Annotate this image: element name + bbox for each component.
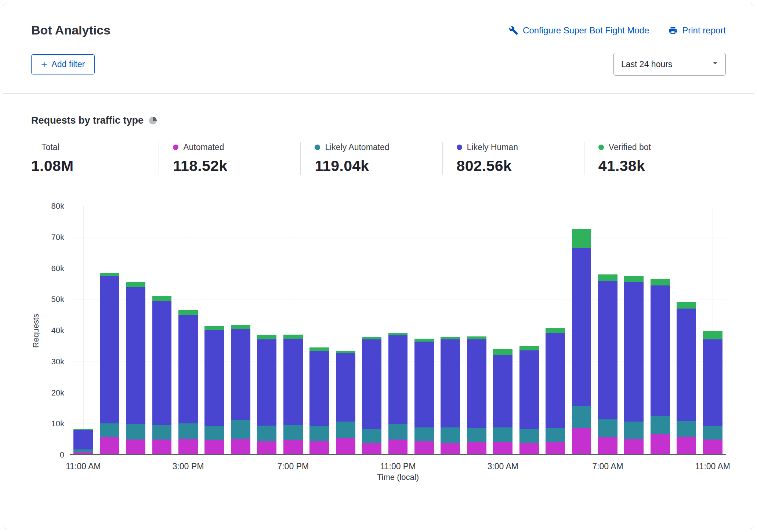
stat-total: Total 1.08M <box>31 142 159 175</box>
bar-7-00-pm[interactable] <box>280 206 306 454</box>
bar-9-00-pm[interactable] <box>332 206 358 454</box>
y-tick-label: 0 <box>60 450 64 460</box>
segment-likely-human <box>126 287 145 424</box>
bar-11-00-pm[interactable] <box>385 206 411 454</box>
segment-likely-human <box>598 281 617 419</box>
bar-1-00-pm[interactable] <box>123 206 149 454</box>
segment-likely-human <box>519 350 539 429</box>
bar-12-00-am[interactable] <box>411 206 437 454</box>
bar-5-00-pm[interactable] <box>228 206 254 454</box>
page-title: Bot Analytics <box>31 23 111 37</box>
stat-likely-automated[interactable]: Likely Automated 119.04k <box>300 142 442 175</box>
segment-likely-human <box>624 282 644 422</box>
stat-label: Total <box>41 142 59 152</box>
stat-label: Verified bot <box>609 142 651 152</box>
segment-likely-human <box>572 248 591 406</box>
x-axis-title: Time (local) <box>70 473 726 482</box>
stat-automated[interactable]: Automated 118.52k <box>159 142 300 175</box>
segment-automated <box>519 443 539 454</box>
segment-likely-human <box>388 335 408 424</box>
bar-6-00-pm[interactable] <box>254 206 280 454</box>
add-filter-button[interactable]: + Add filter <box>31 54 95 74</box>
y-axis-labels: 010k20k30k40k50k60k70k80k <box>44 206 70 455</box>
segment-likely-automated <box>546 428 565 442</box>
bar-10-00-am[interactable] <box>673 206 699 454</box>
bar-6-00-am[interactable] <box>568 206 594 454</box>
segment-likely-automated <box>309 426 329 441</box>
bar-1-00-am[interactable] <box>437 206 463 454</box>
segment-automated <box>441 443 460 454</box>
y-tick-label: 20k <box>51 388 64 398</box>
segment-verified-bot <box>336 351 355 354</box>
segment-verified-bot <box>651 279 670 285</box>
y-tick-label: 60k <box>51 264 64 273</box>
legend-dot <box>457 145 462 150</box>
add-filter-label: Add filter <box>51 59 85 69</box>
chart-section: Requests by traffic type Total 1.08M Aut… <box>3 115 754 495</box>
bar-8-00-pm[interactable] <box>306 206 332 454</box>
segment-verified-bot <box>624 276 644 282</box>
segment-automated <box>388 440 408 454</box>
segment-automated <box>598 437 617 454</box>
stat-value: 118.52k <box>173 157 300 175</box>
bar-2-00-am[interactable] <box>464 206 490 454</box>
plot-area <box>70 206 726 455</box>
segment-verified-bot <box>677 302 696 309</box>
bar-9-00-am[interactable] <box>647 206 673 454</box>
bar-7-00-am[interactable] <box>595 206 621 454</box>
segment-verified-bot <box>178 310 198 315</box>
segment-likely-automated <box>231 420 250 439</box>
bar-11-00-am[interactable] <box>70 206 96 454</box>
bar-12-00-pm[interactable] <box>96 206 122 454</box>
legend-dot <box>315 145 320 150</box>
y-tick-label: 30k <box>51 357 64 367</box>
header-divider <box>3 93 754 94</box>
segment-likely-human <box>703 339 722 426</box>
legend-dot <box>173 145 178 150</box>
bar-3-00-pm[interactable] <box>175 206 201 454</box>
x-axis-labels: 11:00 AM3:00 PM7:00 PM11:00 PM3:00 AM7:0… <box>70 455 726 473</box>
segment-automated <box>546 442 565 454</box>
segment-likely-human <box>336 353 355 422</box>
segment-likely-automated <box>152 425 172 440</box>
header-actions: Configure Super Bot Fight Mode Print rep… <box>509 25 726 36</box>
segment-likely-automated <box>493 427 512 442</box>
y-tick-label: 70k <box>51 233 64 242</box>
segment-likely-human <box>257 339 276 426</box>
segment-verified-bot <box>204 326 224 330</box>
bars <box>70 206 726 454</box>
segment-likely-automated <box>414 427 434 441</box>
segment-likely-human <box>309 351 329 426</box>
section-title: Requests by traffic type <box>31 115 144 126</box>
segment-automated <box>651 434 670 454</box>
segment-automated <box>493 442 512 454</box>
stat-likely-human[interactable]: Likely Human 802.56k <box>442 142 584 175</box>
bar-4-00-am[interactable] <box>516 206 542 454</box>
card-header: Bot Analytics Configure Super Bot Fight … <box>3 3 754 37</box>
bar-3-00-am[interactable] <box>490 206 516 454</box>
segment-likely-human <box>546 333 565 428</box>
legend-dot <box>598 145 604 150</box>
segment-automated <box>178 439 198 454</box>
time-range-select[interactable]: Last 24 hours <box>613 53 726 76</box>
bar-2-00-pm[interactable] <box>149 206 175 454</box>
segment-likely-automated <box>388 424 408 440</box>
stat-label: Likely Automated <box>325 142 389 152</box>
segment-verified-bot <box>703 331 722 339</box>
bar-5-00-am[interactable] <box>542 206 568 454</box>
segment-verified-bot <box>283 335 303 339</box>
segment-automated <box>152 440 172 454</box>
segment-likely-automated <box>651 416 670 434</box>
stat-verified-bot[interactable]: Verified bot 41.38k <box>584 142 726 175</box>
bar-4-00-pm[interactable] <box>201 206 227 454</box>
segment-automated <box>73 452 93 454</box>
bar-10-00-pm[interactable] <box>359 206 385 454</box>
x-tick-label: 7:00 AM <box>592 462 623 471</box>
bar-11-00-am[interactable] <box>700 206 726 454</box>
bar-8-00-am[interactable] <box>621 206 647 454</box>
segment-likely-human <box>651 285 670 416</box>
segment-likely-human <box>100 276 119 423</box>
segment-automated <box>572 428 591 454</box>
configure-super-bot-fight-mode-link[interactable]: Configure Super Bot Fight Mode <box>509 25 649 36</box>
print-report-link[interactable]: Print report <box>668 25 726 36</box>
